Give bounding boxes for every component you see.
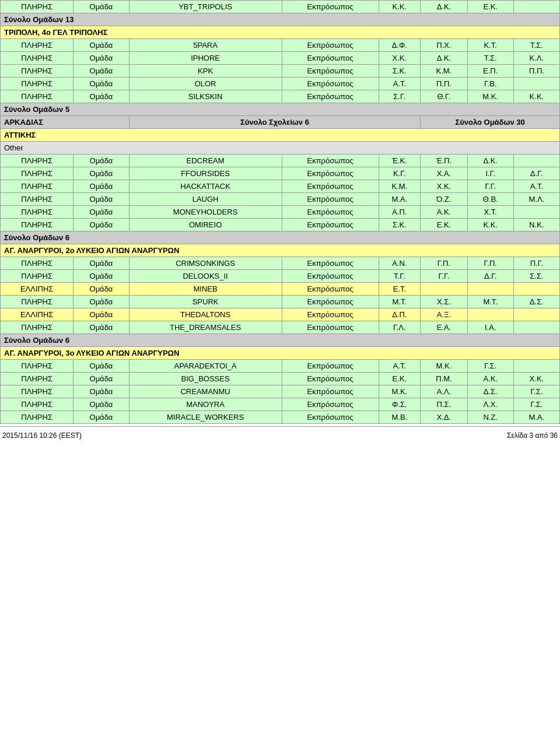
col-cell-3: Δ.Γ.: [513, 167, 559, 180]
col-cell-1: Α.Λ.: [421, 385, 468, 398]
name-cell: LAUGH: [129, 193, 282, 206]
col-cell-0: Τ.Γ.: [379, 270, 421, 283]
role-cell: Εκπρόσωπος: [282, 155, 379, 167]
name-cell: MONEYHOLDERS: [129, 206, 282, 219]
col-cell-2: Ε.Π.: [467, 65, 513, 78]
table-row: ΠΛΗΡΗΣΟμάδαMONEYHOLDERSΕκπρόσωποςΑ.Π.Α.Κ…: [1, 206, 560, 219]
col-cell-1: Χ.Κ.: [421, 180, 468, 193]
kind-cell: Ομάδα: [74, 193, 129, 206]
col-cell-2: Μ.Τ.: [467, 296, 513, 308]
col-cell-0: Χ.Κ.: [379, 52, 421, 65]
name-cell: CRIMSONKINGS: [129, 257, 282, 270]
name-cell: SPURK: [129, 296, 282, 308]
table-row: ΠΛΗΡΗΣΟμάδαOLORΕκπρόσωποςΑ.Τ.Π.Π.Γ.Β.: [1, 78, 560, 90]
city-header-cell: ΤΡΙΠΟΛΗ, 4ο ΓΕΛ ΤΡΙΠΟΛΗΣ: [1, 26, 560, 39]
kind-cell: Ομάδα: [74, 78, 129, 90]
role-cell: Εκπρόσωπος: [282, 78, 379, 90]
role-cell: Εκπρόσωπος: [282, 308, 379, 321]
col-cell-3: Τ.Σ.: [513, 39, 559, 52]
role-cell: Εκπρόσωπος: [282, 398, 379, 411]
col-cell-1: Π.Χ.: [421, 39, 468, 52]
role-cell: Εκπρόσωπος: [282, 321, 379, 334]
role-cell: Εκπρόσωπος: [282, 411, 379, 424]
kind-cell: Ομάδα: [74, 180, 129, 193]
name-cell: DELOOKS_II: [129, 270, 282, 283]
kind-cell: Ομάδα: [74, 65, 129, 78]
name-cell: FFOURSIDES: [129, 167, 282, 180]
col-cell-1: Δ.Κ.: [421, 52, 468, 65]
col-cell-3: Π.Π.: [513, 65, 559, 78]
arkadias-row: ΑΡΚΑΔΙΑΣΣύνολο Σχολείων 6Σύνολο Ομάδων 3…: [1, 116, 560, 129]
col-cell-0: Α.Τ.: [379, 78, 421, 90]
status-cell: ΠΛΗΡΗΣ: [1, 411, 74, 424]
synolo-cell: Σύνολο Ομάδων 5: [1, 103, 560, 116]
col-cell-2: Γ.Σ.: [467, 360, 513, 373]
synolo-row: Σύνολο Ομάδων 6: [1, 231, 560, 244]
table-row: ΠΛΗΡΗΣΟμάδαTHE_DREAMSALESΕκπρόσωποςΓ.Λ.Ε…: [1, 321, 560, 334]
name-cell: KPK: [129, 65, 282, 78]
other-header-cell: Other: [1, 142, 560, 155]
city-header-row: ΑΓ. ΑΝΑΡΓΥΡΟΙ, 3ο ΛΥΚΕΙΟ ΑΓΙΩΝ ΑΝΑΡΓΥΡΩΝ: [1, 347, 560, 360]
status-cell: ΠΛΗΡΗΣ: [1, 65, 74, 78]
col-cell-2: Λ.Χ.: [467, 398, 513, 411]
name-cell: THE_DREAMSALES: [129, 321, 282, 334]
status-cell: ΠΛΗΡΗΣ: [1, 270, 74, 283]
status-cell: ΠΛΗΡΗΣ: [1, 180, 74, 193]
col-cell-1: Π.Μ.: [421, 373, 468, 385]
status-cell: ΠΛΗΡΗΣ: [1, 373, 74, 385]
col-cell-3: Μ.Α.: [513, 411, 559, 424]
kind-cell: Ομάδα: [74, 52, 129, 65]
name-cell: BIG_BOSSES: [129, 373, 282, 385]
col-cell-2: [467, 283, 513, 296]
role-cell: Εκπρόσωπος: [282, 193, 379, 206]
col-cell-2: Μ.Κ.: [467, 90, 513, 103]
table-row: ΠΛΗΡΗΣΟμάδαHACKATTACKΕκπρόσωποςΚ.Μ.Χ.Κ.Γ…: [1, 180, 560, 193]
kind-cell: Ομάδα: [74, 411, 129, 424]
city-header-row: ΤΡΙΠΟΛΗ, 4ο ΓΕΛ ΤΡΙΠΟΛΗΣ: [1, 26, 560, 39]
page: ΠΛΗΡΗΣΟμάδαYBT_TRIPOLISΕκπρόσωποςΚ.Κ.Δ.Κ…: [0, 0, 560, 444]
kind-cell: Ομάδα: [74, 257, 129, 270]
col-cell-0: Σ.Κ.: [379, 219, 421, 231]
col-cell-3: [513, 308, 559, 321]
col-cell-0: Σ.Γ.: [379, 90, 421, 103]
role-cell: Εκπρόσωπος: [282, 1, 379, 13]
col-cell-1: Γ.Π.: [421, 257, 468, 270]
col-cell-2: Κ.Τ.: [467, 39, 513, 52]
role-cell: Εκπρόσωπος: [282, 90, 379, 103]
status-cell: ΠΛΗΡΗΣ: [1, 78, 74, 90]
col-cell-2: Χ.Τ.: [467, 206, 513, 219]
name-cell: SILKSKIN: [129, 90, 282, 103]
col-cell-3: [513, 78, 559, 90]
city-header-cell: ΑΓ. ΑΝΑΡΓΥΡΟΙ, 3ο ΛΥΚΕΙΟ ΑΓΙΩΝ ΑΝΑΡΓΥΡΩΝ: [1, 347, 560, 360]
col-cell-3: Κ.Λ.: [513, 52, 559, 65]
arkadias-col2: Σύνολο Σχολείων 6: [129, 116, 421, 129]
kind-cell: Ομάδα: [74, 90, 129, 103]
col-cell-0: Σ.Κ.: [379, 65, 421, 78]
col-cell-3: [513, 283, 559, 296]
table-row: ΠΛΗΡΗΣΟμάδαLAUGHΕκπρόσωποςΜ.Α.Ό.Ζ.Θ.Β.Μ.…: [1, 193, 560, 206]
col-cell-1: Γ.Γ.: [421, 270, 468, 283]
synolo-row: Σύνολο Ομάδων 5: [1, 103, 560, 116]
kind-cell: Ομάδα: [74, 308, 129, 321]
col-cell-1: Χ.Α.: [421, 167, 468, 180]
col-cell-3: Π.Γ.: [513, 257, 559, 270]
col-cell-3: Γ.Σ.: [513, 385, 559, 398]
table-row: ΕΛΛΙΠΗΣΟμάδαTHEDALTONSΕκπρόσωποςΔ.Π.Α.Ξ.: [1, 308, 560, 321]
col-cell-3: Ν.Κ.: [513, 219, 559, 231]
kind-cell: Ομάδα: [74, 398, 129, 411]
col-cell-1: Θ.Γ.: [421, 90, 468, 103]
kind-cell: Ομάδα: [74, 155, 129, 167]
name-cell: IPHORE: [129, 52, 282, 65]
arkadias-col1: ΑΡΚΑΔΙΑΣ: [1, 116, 130, 129]
col-cell-2: Α.Κ.: [467, 373, 513, 385]
table-row: ΠΛΗΡΗΣΟμάδαIPHOREΕκπρόσωποςΧ.Κ.Δ.Κ.Τ.Σ.Κ…: [1, 52, 560, 65]
name-cell: HACKATTACK: [129, 180, 282, 193]
table-row: ΠΛΗΡΗΣΟμάδαKPKΕκπρόσωποςΣ.Κ.Κ.Μ.Ε.Π.Π.Π.: [1, 65, 560, 78]
status-cell: ΠΛΗΡΗΣ: [1, 39, 74, 52]
synolo-cell: Σύνολο Ομάδων 13: [1, 13, 560, 26]
role-cell: Εκπρόσωπος: [282, 52, 379, 65]
role-cell: Εκπρόσωπος: [282, 385, 379, 398]
col-cell-0: Μ.Τ.: [379, 296, 421, 308]
status-cell: ΠΛΗΡΗΣ: [1, 360, 74, 373]
table-row: ΠΛΗΡΗΣΟμάδαMANOYRAΕκπρόσωποςΦ.Σ.Π.Σ.Λ.Χ.…: [1, 398, 560, 411]
